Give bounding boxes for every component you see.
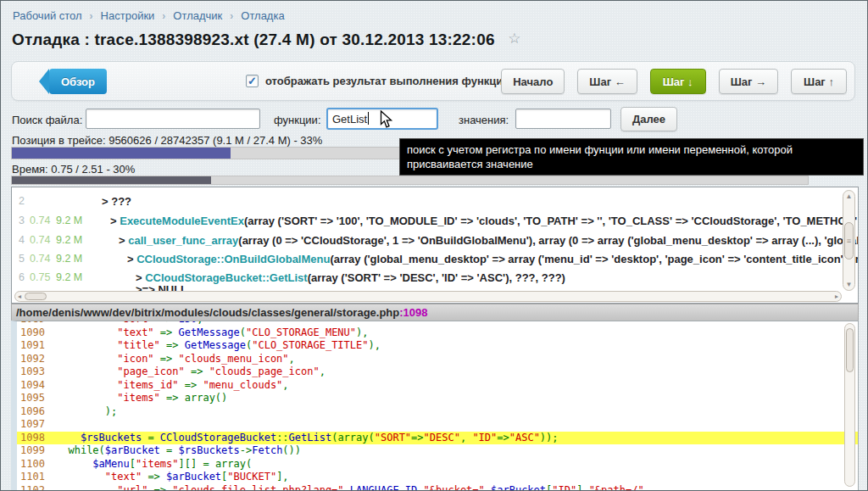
scroll-up-icon[interactable]: ▲	[846, 192, 853, 200]
code-line-highlighted: 1098 $rsBuckets = CCloudStorageBucket::G…	[17, 432, 858, 445]
file-search-label: Поиск файла:	[12, 114, 82, 126]
code-vertical-scrollbar[interactable]	[844, 323, 855, 487]
scroll-left-icon[interactable]: ◂	[18, 293, 21, 300]
overview-button[interactable]: Обзор	[49, 69, 107, 94]
trace-time: 0.74	[30, 253, 50, 265]
trace-content: > CCloudStorage::OnBuildGlobalMenu(array…	[127, 253, 859, 265]
breadcrumb-item[interactable]: Настройки	[101, 9, 155, 22]
favorite-star-icon[interactable]: ☆	[508, 31, 520, 47]
trace-line-number: 5	[19, 253, 25, 265]
search-tooltip: поиск с учетом регистра по имени фунции …	[399, 138, 864, 176]
code-line: 1101 "text" => $arBucket["BUCKET"],	[17, 471, 858, 484]
code-line: 1102 "url" => "clouds_file_list.php?lang…	[17, 484, 858, 491]
trace-horizontal-scrollbar[interactable]: ◂ ▸	[14, 291, 842, 302]
code-text: "items" => array()	[56, 392, 227, 404]
trace-content: > call_user_func_array(array (0 => 'CClo…	[119, 234, 859, 247]
code-line-number: 1100	[17, 458, 56, 471]
code-line: 1091 "title" => GetMessage("CLO_STORAGE_…	[17, 339, 858, 353]
code-line: 1097	[17, 418, 858, 432]
step-button[interactable]: Шаг ↑	[791, 69, 847, 94]
breadcrumb-separator-icon: ›	[230, 10, 233, 22]
value-search-input[interactable]	[515, 109, 611, 129]
code-text: $aMenu["items"][] = array(	[56, 458, 252, 470]
trace-row[interactable]: 50.749.2 M> CCloudStorage::OnBuildGlobal…	[12, 253, 858, 270]
mouse-cursor-icon	[380, 110, 393, 132]
trace-row[interactable]: 30.749.2 M> ExecuteModuleEventEx(array (…	[12, 215, 858, 232]
code-lines: 1089 "sort" => 150,1090 "text" => GetMes…	[17, 321, 858, 491]
code-line-number: 1101	[17, 471, 56, 484]
code-text: "items_id" => "menu_clouds",	[56, 379, 289, 391]
code-line-number: 1099	[17, 444, 56, 458]
code-line-number: 1096	[17, 405, 56, 419]
next-button[interactable]: Далее	[620, 107, 677, 131]
code-line: 1093 "page_icon" => "clouds_page_icon",	[17, 365, 858, 379]
code-text: "page_icon" => "clouds_page_icon",	[56, 365, 326, 377]
step-button[interactable]: Шаг →	[719, 69, 778, 94]
trace-row[interactable]: 40.749.2 M> call_user_func_array(array (…	[12, 234, 858, 251]
code-text: while($arBucket = $rsBuckets->Fetch())	[56, 444, 301, 456]
step-buttons: НачалоШаг ←Шаг ↓Шаг →Шаг ↑	[501, 69, 847, 94]
code-line: 1096 );	[17, 405, 858, 419]
code-text: );	[56, 405, 117, 417]
toolbar: Обзор ✓ отображать результат выполнения …	[11, 61, 855, 101]
code-text: "text" => $arBucket["BUCKET"],	[56, 471, 289, 483]
scroll-down-icon[interactable]: ▼	[846, 281, 853, 288]
code-line: 1100 $aMenu["items"][] = array(	[17, 458, 858, 471]
breadcrumb-separator-icon: ›	[162, 10, 165, 22]
show-results-checkbox-row[interactable]: ✓ отображать результат выполнения функци…	[246, 75, 509, 87]
trace-memory: 9.2 M	[56, 234, 82, 246]
code-line: 1099 while($arBucket = $rsBuckets->Fetch…	[17, 444, 858, 458]
trace-row[interactable]: 2> ???	[12, 195, 858, 212]
breadcrumb-item[interactable]: Рабочий стол	[13, 9, 82, 22]
trace-memory: 9.2 M	[56, 215, 82, 226]
code-line-number: 1102	[17, 484, 56, 491]
code-line-number: 1091	[17, 339, 56, 353]
code-line: 1090 "text" => GetMessage("CLO_STORAGE_M…	[17, 326, 858, 340]
file-search-input[interactable]	[86, 109, 260, 129]
trace-time: 0.74	[30, 234, 50, 246]
breadcrumb: Рабочий стол›Настройки›Отладчик›Отладка	[13, 9, 285, 22]
breadcrumb-separator-icon: ›	[90, 10, 93, 22]
step-button[interactable]: Шаг ←	[577, 69, 637, 94]
debugger-page: Рабочий стол›Настройки›Отладчик›Отладка …	[0, 0, 868, 491]
value-search-label: значения:	[459, 114, 509, 126]
horizontal-scroll-thumb[interactable]	[25, 293, 47, 300]
trace-line-number: 4	[19, 234, 25, 246]
code-line: 1095 "items" => array()	[17, 392, 858, 405]
code-text: "url" => "clouds_file_list.php?lang=".LA…	[56, 484, 644, 491]
code-text: "title" => GetMessage("CLO_STORAGE_TITLE…	[56, 339, 381, 351]
trace-content: > ???	[102, 195, 131, 208]
time-progressbar	[11, 176, 809, 185]
trace-time: 0.75	[30, 271, 50, 283]
text-caret	[368, 112, 369, 125]
step-button[interactable]: Шаг ↓	[650, 69, 706, 94]
vertical-scroll-thumb[interactable]: ≡	[844, 222, 854, 259]
code-scroll-thumb[interactable]	[846, 328, 854, 372]
checkbox-label: отображать результат выполнения функций	[265, 75, 509, 87]
breadcrumb-item[interactable]: Отладка	[241, 9, 284, 22]
file-line-number: :1098	[399, 306, 427, 319]
time-label: Время: 0.75 / 2.51 - 30%	[12, 163, 135, 176]
code-line-number: 1095	[17, 392, 56, 405]
code-line: 1092 "icon" => "clouds_menu_icon",	[17, 353, 858, 366]
page-title: Отладка : trace.1388398923.xt (27.4 M) о…	[12, 30, 521, 49]
code-line-number: 1093	[17, 365, 56, 379]
trace-line-number: 3	[19, 215, 25, 226]
step-button[interactable]: Начало	[501, 69, 565, 94]
trace-panel: 2> ???30.749.2 M> ExecuteModuleEventEx(a…	[11, 187, 859, 304]
trace-line-number: 6	[19, 271, 25, 283]
code-panel: 1089 "sort" => 150,1090 "text" => GetMes…	[11, 321, 859, 491]
trace-time: 0.74	[30, 215, 50, 226]
trace-memory: 9.2 M	[56, 271, 82, 283]
file-path-bar: /home/denis/www/dev/bitrix/modules/cloud…	[11, 304, 859, 321]
trace-vertical-scrollbar[interactable]: ▲ ≡ ▼	[843, 190, 855, 291]
code-line: 1094 "items_id" => "menu_clouds",	[17, 379, 858, 393]
code-line-number: 1090	[17, 326, 56, 340]
code-line-number: 1097	[17, 418, 56, 432]
code-text: "icon" => "clouds_menu_icon",	[56, 353, 295, 365]
trace-content: > CCloudStorageBucket::GetList(array ('S…	[136, 271, 565, 284]
scroll-right-icon[interactable]: ▸	[835, 293, 838, 300]
breadcrumb-item[interactable]: Отладчик	[173, 9, 222, 22]
page-title-text: Отладка : trace.1388398923.xt (27.4 M) о…	[12, 31, 495, 48]
checkbox-checked-icon[interactable]: ✓	[246, 75, 259, 87]
